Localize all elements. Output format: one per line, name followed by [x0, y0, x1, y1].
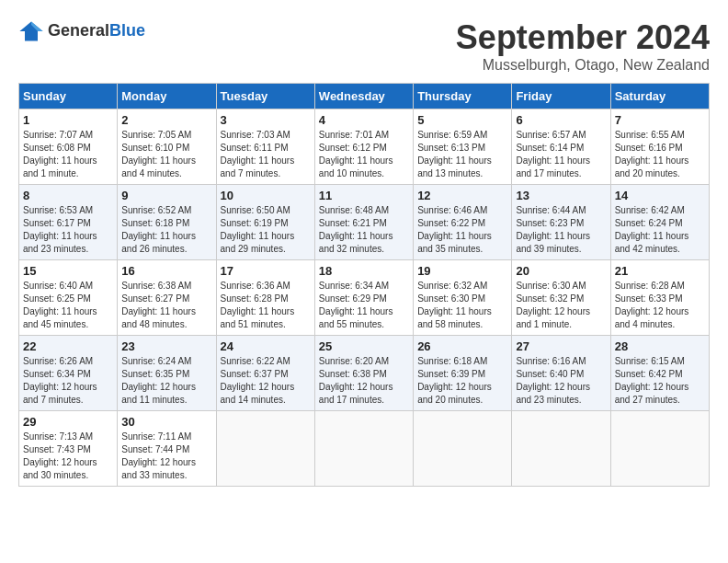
calendar-cell: 24Sunrise: 6:22 AMSunset: 6:37 PMDayligh…: [216, 336, 314, 411]
day-info: Sunrise: 6:30 AMSunset: 6:32 PMDaylight:…: [516, 280, 606, 331]
logo-general-text: General: [48, 21, 109, 40]
day-info: Sunrise: 6:42 AMSunset: 6:24 PMDaylight:…: [615, 204, 705, 256]
calendar-cell: 11Sunrise: 6:48 AMSunset: 6:21 PMDayligh…: [314, 185, 413, 260]
day-number: 5: [417, 113, 507, 127]
day-info: Sunrise: 6:53 AMSunset: 6:17 PMDaylight:…: [23, 204, 113, 256]
calendar-cell: 12Sunrise: 6:46 AMSunset: 6:22 PMDayligh…: [414, 185, 512, 260]
day-info: Sunrise: 7:03 AMSunset: 6:11 PMDaylight:…: [221, 129, 311, 180]
day-number: 22: [23, 339, 113, 353]
day-number: 18: [319, 264, 409, 278]
day-number: 17: [221, 264, 311, 278]
day-info: Sunrise: 6:55 AMSunset: 6:16 PMDaylight:…: [615, 129, 705, 180]
calendar-table: SundayMondayTuesdayWednesdayThursdayFrid…: [18, 83, 710, 487]
day-info: Sunrise: 6:18 AMSunset: 6:39 PMDaylight:…: [417, 355, 507, 407]
calendar-cell: [610, 411, 709, 487]
calendar-header-thursday: Thursday: [414, 84, 512, 109]
calendar-cell: 25Sunrise: 6:20 AMSunset: 6:38 PMDayligh…: [314, 336, 413, 411]
calendar-week-row: 1Sunrise: 7:07 AMSunset: 6:08 PMDaylight…: [19, 109, 710, 185]
day-info: Sunrise: 6:32 AMSunset: 6:30 PMDaylight:…: [417, 280, 507, 331]
calendar-cell: 7Sunrise: 6:55 AMSunset: 6:16 PMDaylight…: [610, 109, 709, 185]
day-info: Sunrise: 6:15 AMSunset: 6:42 PMDaylight:…: [615, 355, 705, 407]
calendar-cell: [314, 411, 413, 487]
calendar-cell: [216, 411, 314, 487]
day-info: Sunrise: 6:46 AMSunset: 6:22 PMDaylight:…: [417, 204, 507, 256]
calendar-cell: 15Sunrise: 6:40 AMSunset: 6:25 PMDayligh…: [19, 260, 118, 336]
day-number: 11: [319, 189, 409, 202]
calendar-week-row: 22Sunrise: 6:26 AMSunset: 6:34 PMDayligh…: [19, 336, 710, 411]
calendar-cell: 19Sunrise: 6:32 AMSunset: 6:30 PMDayligh…: [414, 260, 512, 336]
day-info: Sunrise: 6:40 AMSunset: 6:25 PMDaylight:…: [23, 280, 113, 331]
day-info: Sunrise: 6:16 AMSunset: 6:40 PMDaylight:…: [516, 355, 606, 407]
day-number: 7: [615, 113, 705, 127]
day-info: Sunrise: 6:57 AMSunset: 6:14 PMDaylight:…: [516, 129, 606, 180]
logo-text: GeneralBlue: [48, 22, 145, 40]
day-number: 28: [615, 339, 705, 353]
page-header: GeneralBlue September 2024 Musselburgh, …: [18, 18, 710, 74]
calendar-header-wednesday: Wednesday: [314, 84, 413, 109]
day-info: Sunrise: 6:22 AMSunset: 6:37 PMDaylight:…: [221, 355, 311, 407]
day-number: 24: [221, 339, 311, 353]
logo: GeneralBlue: [18, 18, 145, 44]
calendar-cell: 18Sunrise: 6:34 AMSunset: 6:29 PMDayligh…: [314, 260, 413, 336]
calendar-cell: 4Sunrise: 7:01 AMSunset: 6:12 PMDaylight…: [314, 109, 413, 185]
calendar-cell: 28Sunrise: 6:15 AMSunset: 6:42 PMDayligh…: [610, 336, 709, 411]
day-info: Sunrise: 6:36 AMSunset: 6:28 PMDaylight:…: [221, 280, 311, 331]
day-number: 13: [516, 189, 606, 202]
day-number: 20: [516, 264, 606, 278]
day-info: Sunrise: 6:44 AMSunset: 6:23 PMDaylight:…: [516, 204, 606, 256]
day-number: 16: [121, 264, 211, 278]
calendar-cell: 6Sunrise: 6:57 AMSunset: 6:14 PMDaylight…: [512, 109, 610, 185]
day-number: 14: [615, 189, 705, 202]
day-info: Sunrise: 6:28 AMSunset: 6:33 PMDaylight:…: [615, 280, 705, 331]
day-number: 1: [23, 113, 113, 127]
calendar-cell: 17Sunrise: 6:36 AMSunset: 6:28 PMDayligh…: [216, 260, 314, 336]
day-info: Sunrise: 7:13 AMSunset: 7:43 PMDaylight:…: [23, 431, 113, 482]
day-info: Sunrise: 6:24 AMSunset: 6:35 PMDaylight:…: [121, 355, 211, 407]
calendar-cell: [414, 411, 512, 487]
calendar-cell: 5Sunrise: 6:59 AMSunset: 6:13 PMDaylight…: [414, 109, 512, 185]
logo-icon: [18, 18, 44, 44]
calendar-cell: 21Sunrise: 6:28 AMSunset: 6:33 PMDayligh…: [610, 260, 709, 336]
calendar-cell: [512, 411, 610, 487]
title-area: September 2024 Musselburgh, Otago, New Z…: [456, 18, 710, 74]
calendar-cell: 3Sunrise: 7:03 AMSunset: 6:11 PMDaylight…: [216, 109, 314, 185]
calendar-cell: 2Sunrise: 7:05 AMSunset: 6:10 PMDaylight…: [118, 109, 216, 185]
calendar-cell: 14Sunrise: 6:42 AMSunset: 6:24 PMDayligh…: [610, 185, 709, 260]
calendar-cell: 13Sunrise: 6:44 AMSunset: 6:23 PMDayligh…: [512, 185, 610, 260]
day-number: 29: [23, 415, 113, 429]
day-info: Sunrise: 6:52 AMSunset: 6:18 PMDaylight:…: [121, 204, 211, 256]
day-number: 4: [319, 113, 409, 127]
day-number: 2: [121, 113, 211, 127]
calendar-cell: 30Sunrise: 7:11 AMSunset: 7:44 PMDayligh…: [118, 411, 216, 487]
day-info: Sunrise: 6:26 AMSunset: 6:34 PMDaylight:…: [23, 355, 113, 407]
calendar-cell: 29Sunrise: 7:13 AMSunset: 7:43 PMDayligh…: [19, 411, 118, 487]
day-info: Sunrise: 6:38 AMSunset: 6:27 PMDaylight:…: [121, 280, 211, 331]
calendar-cell: 26Sunrise: 6:18 AMSunset: 6:39 PMDayligh…: [414, 336, 512, 411]
day-number: 25: [319, 339, 409, 353]
day-number: 27: [516, 339, 606, 353]
calendar-header-tuesday: Tuesday: [216, 84, 314, 109]
calendar-week-row: 8Sunrise: 6:53 AMSunset: 6:17 PMDaylight…: [19, 185, 710, 260]
calendar-cell: 20Sunrise: 6:30 AMSunset: 6:32 PMDayligh…: [512, 260, 610, 336]
day-number: 23: [121, 339, 211, 353]
day-number: 21: [615, 264, 705, 278]
calendar-week-row: 29Sunrise: 7:13 AMSunset: 7:43 PMDayligh…: [19, 411, 710, 487]
day-number: 10: [221, 189, 311, 202]
day-number: 19: [417, 264, 507, 278]
location-title: Musselburgh, Otago, New Zealand: [456, 57, 710, 74]
calendar-cell: 16Sunrise: 6:38 AMSunset: 6:27 PMDayligh…: [118, 260, 216, 336]
logo-blue-text: Blue: [109, 21, 145, 40]
day-info: Sunrise: 7:05 AMSunset: 6:10 PMDaylight:…: [121, 129, 211, 180]
calendar-header-friday: Friday: [512, 84, 610, 109]
day-info: Sunrise: 7:07 AMSunset: 6:08 PMDaylight:…: [23, 129, 113, 180]
calendar-header-sunday: Sunday: [19, 84, 118, 109]
day-number: 8: [23, 189, 113, 202]
calendar-cell: 9Sunrise: 6:52 AMSunset: 6:18 PMDaylight…: [118, 185, 216, 260]
day-number: 9: [121, 189, 211, 202]
calendar-header-row: SundayMondayTuesdayWednesdayThursdayFrid…: [19, 84, 710, 109]
calendar-header-saturday: Saturday: [610, 84, 709, 109]
day-info: Sunrise: 6:48 AMSunset: 6:21 PMDaylight:…: [319, 204, 409, 256]
day-info: Sunrise: 7:01 AMSunset: 6:12 PMDaylight:…: [319, 129, 409, 180]
day-info: Sunrise: 7:11 AMSunset: 7:44 PMDaylight:…: [121, 431, 211, 482]
calendar-cell: 23Sunrise: 6:24 AMSunset: 6:35 PMDayligh…: [118, 336, 216, 411]
